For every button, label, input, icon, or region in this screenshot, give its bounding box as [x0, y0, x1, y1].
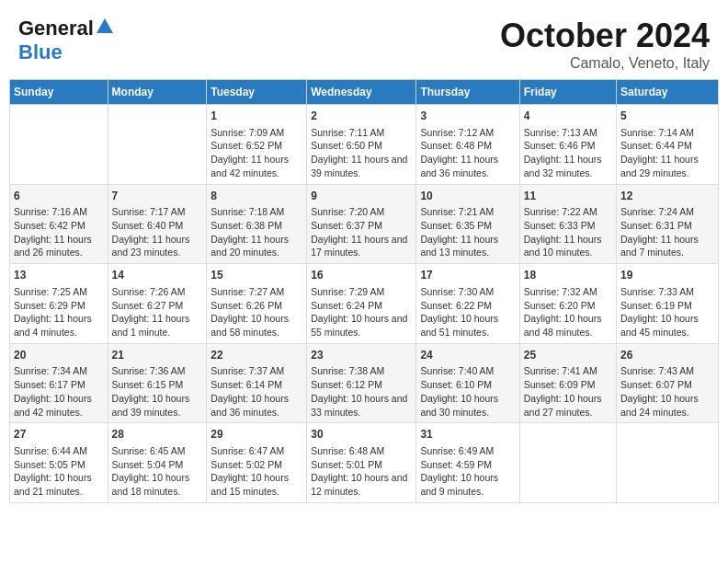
calendar-cell: 9Sunrise: 7:20 AMSunset: 6:37 PMDaylight… — [307, 184, 416, 264]
calendar-day-header: Friday — [519, 80, 616, 105]
day-number: 17 — [420, 268, 515, 283]
calendar-day-header: Sunday — [10, 80, 108, 105]
calendar-cell: 5Sunrise: 7:14 AMSunset: 6:44 PMDaylight… — [617, 105, 719, 185]
calendar-week-row: 20Sunrise: 7:34 AMSunset: 6:17 PMDayligh… — [10, 343, 719, 423]
calendar-week-row: 27Sunrise: 6:44 AMSunset: 5:05 PMDayligh… — [10, 423, 719, 503]
day-info: Sunrise: 7:36 AMSunset: 6:15 PMDaylight:… — [112, 364, 203, 419]
page-subtitle: Camalo, Veneto, Italy — [500, 55, 710, 72]
calendar-cell: 11Sunrise: 7:22 AMSunset: 6:33 PMDayligh… — [519, 184, 616, 264]
day-info: Sunrise: 7:11 AMSunset: 6:50 PMDaylight:… — [311, 126, 412, 180]
day-number: 12 — [620, 189, 714, 204]
calendar-header-row: SundayMondayTuesdayWednesdayThursdayFrid… — [10, 80, 719, 105]
calendar-cell: 30Sunrise: 6:48 AMSunset: 5:01 PMDayligh… — [307, 423, 416, 503]
day-number: 28 — [112, 427, 203, 442]
calendar-cell — [617, 423, 719, 503]
day-info: Sunrise: 7:37 AMSunset: 6:14 PMDaylight:… — [210, 364, 302, 419]
day-number: 8 — [210, 189, 302, 204]
calendar-cell: 15Sunrise: 7:27 AMSunset: 6:26 PMDayligh… — [207, 264, 307, 344]
day-number: 10 — [420, 189, 515, 204]
day-info: Sunrise: 7:40 AMSunset: 6:10 PMDaylight:… — [420, 364, 515, 419]
logo-blue-text: Blue — [18, 40, 63, 63]
day-info: Sunrise: 7:22 AMSunset: 6:33 PMDaylight:… — [524, 205, 612, 259]
day-info: Sunrise: 7:13 AMSunset: 6:46 PMDaylight:… — [524, 126, 612, 180]
day-info: Sunrise: 6:48 AMSunset: 5:01 PMDaylight:… — [311, 444, 412, 499]
day-info: Sunrise: 7:33 AMSunset: 6:19 PMDaylight:… — [620, 285, 714, 339]
calendar-day-header: Thursday — [416, 80, 519, 105]
calendar-cell: 3Sunrise: 7:12 AMSunset: 6:48 PMDaylight… — [416, 105, 519, 185]
calendar-cell: 31Sunrise: 6:49 AMSunset: 4:59 PMDayligh… — [416, 423, 519, 503]
day-info: Sunrise: 7:30 AMSunset: 6:22 PMDaylight:… — [420, 285, 515, 339]
day-number: 27 — [14, 427, 104, 442]
calendar-cell: 25Sunrise: 7:41 AMSunset: 6:09 PMDayligh… — [519, 343, 616, 423]
page-title: October 2024 — [500, 17, 710, 55]
day-info: Sunrise: 7:17 AMSunset: 6:40 PMDaylight:… — [112, 205, 203, 259]
day-number: 22 — [210, 348, 302, 363]
day-info: Sunrise: 7:29 AMSunset: 6:24 PMDaylight:… — [311, 285, 412, 339]
calendar-week-row: 6Sunrise: 7:16 AMSunset: 6:42 PMDaylight… — [10, 184, 719, 264]
day-number: 6 — [14, 189, 104, 204]
day-number: 9 — [311, 189, 412, 204]
day-number: 20 — [14, 348, 104, 363]
calendar-cell: 7Sunrise: 7:17 AMSunset: 6:40 PMDaylight… — [108, 184, 207, 264]
day-number: 18 — [524, 268, 612, 283]
calendar-day-header: Monday — [108, 80, 207, 105]
calendar-cell: 20Sunrise: 7:34 AMSunset: 6:17 PMDayligh… — [10, 343, 108, 423]
calendar-cell: 13Sunrise: 7:25 AMSunset: 6:29 PMDayligh… — [10, 264, 108, 344]
day-number: 30 — [311, 427, 412, 442]
calendar-cell: 27Sunrise: 6:44 AMSunset: 5:05 PMDayligh… — [10, 423, 108, 503]
calendar-cell: 4Sunrise: 7:13 AMSunset: 6:46 PMDaylight… — [519, 105, 616, 185]
page-header: General Blue October 2024 Camalo, Veneto… — [9, 9, 719, 79]
day-info: Sunrise: 7:12 AMSunset: 6:48 PMDaylight:… — [420, 126, 515, 180]
day-number: 21 — [112, 348, 203, 363]
title-block: October 2024 Camalo, Veneto, Italy — [500, 17, 710, 72]
day-info: Sunrise: 6:47 AMSunset: 5:02 PMDaylight:… — [210, 444, 302, 499]
day-number: 4 — [524, 109, 612, 124]
calendar-cell: 12Sunrise: 7:24 AMSunset: 6:31 PMDayligh… — [617, 184, 719, 264]
day-info: Sunrise: 7:38 AMSunset: 6:12 PMDaylight:… — [311, 364, 412, 419]
day-number: 13 — [14, 268, 104, 283]
calendar-cell — [519, 423, 616, 503]
calendar-cell: 29Sunrise: 6:47 AMSunset: 5:02 PMDayligh… — [207, 423, 307, 503]
day-number: 29 — [210, 427, 302, 442]
calendar-day-header: Tuesday — [207, 80, 307, 105]
day-number: 5 — [620, 109, 714, 124]
day-number: 26 — [620, 348, 714, 363]
calendar-cell: 28Sunrise: 6:45 AMSunset: 5:04 PMDayligh… — [108, 423, 207, 503]
calendar-week-row: 13Sunrise: 7:25 AMSunset: 6:29 PMDayligh… — [10, 264, 719, 344]
calendar-cell: 17Sunrise: 7:30 AMSunset: 6:22 PMDayligh… — [416, 264, 519, 344]
calendar-cell: 23Sunrise: 7:38 AMSunset: 6:12 PMDayligh… — [307, 343, 416, 423]
calendar-table: SundayMondayTuesdayWednesdayThursdayFrid… — [9, 79, 719, 503]
day-number: 1 — [210, 109, 302, 124]
day-info: Sunrise: 6:44 AMSunset: 5:05 PMDaylight:… — [14, 444, 104, 499]
day-number: 2 — [311, 109, 412, 124]
calendar-cell: 2Sunrise: 7:11 AMSunset: 6:50 PMDaylight… — [307, 105, 416, 185]
calendar-cell: 24Sunrise: 7:40 AMSunset: 6:10 PMDayligh… — [416, 343, 519, 423]
logo: General Blue — [18, 17, 115, 64]
calendar-day-header: Saturday — [617, 80, 719, 105]
day-number: 16 — [311, 268, 412, 283]
day-info: Sunrise: 6:45 AMSunset: 5:04 PMDaylight:… — [112, 444, 203, 499]
day-number: 7 — [112, 189, 203, 204]
calendar-cell: 21Sunrise: 7:36 AMSunset: 6:15 PMDayligh… — [108, 343, 207, 423]
day-info: Sunrise: 7:26 AMSunset: 6:27 PMDaylight:… — [112, 285, 203, 339]
calendar-cell: 1Sunrise: 7:09 AMSunset: 6:52 PMDaylight… — [207, 105, 307, 185]
day-number: 19 — [620, 268, 714, 283]
calendar-cell — [108, 105, 207, 185]
logo-icon-svg — [95, 17, 115, 37]
calendar-week-row: 1Sunrise: 7:09 AMSunset: 6:52 PMDaylight… — [10, 105, 719, 185]
day-number: 25 — [524, 348, 612, 363]
calendar-cell: 10Sunrise: 7:21 AMSunset: 6:35 PMDayligh… — [416, 184, 519, 264]
day-number: 3 — [420, 109, 515, 124]
day-info: Sunrise: 7:24 AMSunset: 6:31 PMDaylight:… — [620, 205, 714, 259]
day-info: Sunrise: 7:41 AMSunset: 6:09 PMDaylight:… — [524, 364, 612, 419]
day-number: 15 — [210, 268, 302, 283]
day-info: Sunrise: 6:49 AMSunset: 4:59 PMDaylight:… — [420, 444, 515, 499]
day-number: 11 — [524, 189, 612, 204]
day-number: 23 — [311, 348, 412, 363]
svg-marker-0 — [97, 18, 113, 33]
day-info: Sunrise: 7:09 AMSunset: 6:52 PMDaylight:… — [210, 126, 302, 180]
day-info: Sunrise: 7:18 AMSunset: 6:38 PMDaylight:… — [210, 205, 302, 259]
day-info: Sunrise: 7:34 AMSunset: 6:17 PMDaylight:… — [14, 364, 104, 419]
day-info: Sunrise: 7:14 AMSunset: 6:44 PMDaylight:… — [620, 126, 714, 180]
calendar-cell — [10, 105, 108, 185]
